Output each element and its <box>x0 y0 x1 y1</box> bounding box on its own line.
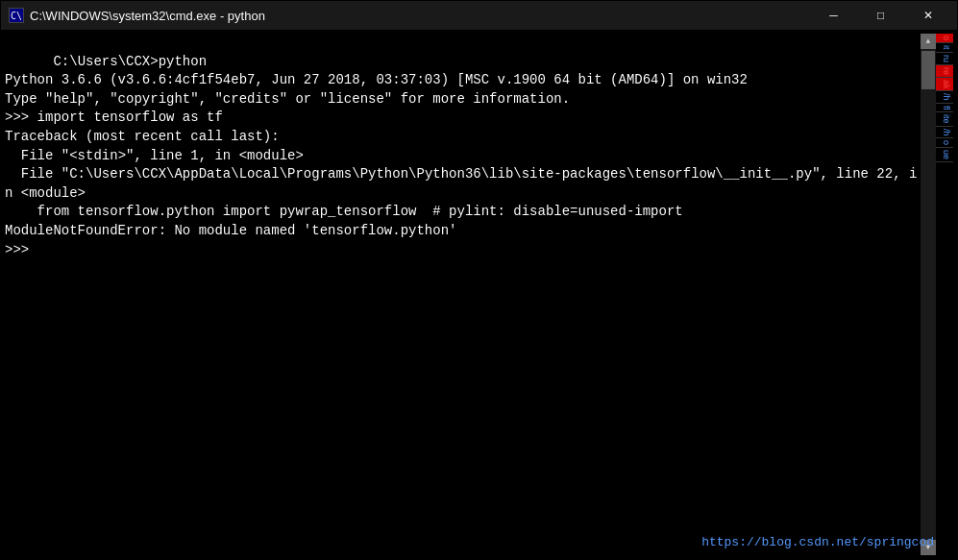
maximize-button[interactable]: □ <box>859 5 902 26</box>
cmd-window: C\ C:\WINDOWS\system32\cmd.exe - python … <box>0 0 958 560</box>
title-bar-left: C\ C:\WINDOWS\system32\cmd.exe - python <box>9 8 265 23</box>
right-item-11[interactable]: ue <box>936 148 953 162</box>
right-item-10[interactable]: o <box>936 138 953 148</box>
scroll-up-button[interactable]: ▲ <box>921 34 936 49</box>
right-item-3[interactable]: ru <box>936 53 953 65</box>
console-line-9: ModuleNotFoundError: No module named 'te… <box>5 223 456 238</box>
close-button[interactable]: ✕ <box>906 5 949 26</box>
window-controls: ─ □ ✕ <box>812 5 949 26</box>
right-item-5[interactable]: ak <box>936 78 953 92</box>
minimize-button[interactable]: ─ <box>812 5 855 26</box>
right-item-7[interactable]: fl <box>936 104 953 113</box>
console-line-2: Python 3.6.6 (v3.6.6:4cf1f54eb7, Jun 27 … <box>5 72 748 87</box>
scroll-thumb[interactable] <box>921 51 935 89</box>
right-item-1[interactable]: o <box>936 34 953 43</box>
right-item-6[interactable]: /h <box>936 91 953 104</box>
right-item-8[interactable]: ite <box>936 112 953 127</box>
console-line-1: C:\Users\CCX>python <box>53 54 207 69</box>
scroll-track[interactable] <box>921 49 936 540</box>
console-line-5: Traceback (most recent call last): <box>5 129 280 144</box>
console-body: C:\Users\CCX>python Python 3.6.6 (v3.6.6… <box>1 30 957 559</box>
right-item-4[interactable]: re <box>936 65 953 78</box>
svg-text:C\: C\ <box>11 11 22 21</box>
console-line-8: from tensorflow.python import pywrap_ten… <box>5 204 683 219</box>
console-prompt: >>> <box>5 242 37 257</box>
console-output[interactable]: C:\Users\CCX>python Python 3.6.6 (v3.6.6… <box>5 34 921 555</box>
console-line-6: File "<stdin>", line 1, in <module> <box>5 148 304 163</box>
console-line-3: Type "help", "copyright", "credits" or "… <box>5 91 570 107</box>
title-bar: C\ C:\WINDOWS\system32\cmd.exe - python … <box>1 1 957 30</box>
console-line-4: >>> import tensorflow as tf <box>5 110 223 125</box>
right-panel: o it ru re ak /h fl ite /h o ue <box>936 34 953 555</box>
console-line-7: File "C:\Users\CCX\AppData\Local\Program… <box>5 166 917 201</box>
right-item-2[interactable]: it <box>936 43 953 53</box>
scrollbar: ▲ ▼ <box>921 34 936 555</box>
watermark: https://blog.csdn.net/springcod <box>701 534 934 551</box>
window-title: C:\WINDOWS\system32\cmd.exe - python <box>30 9 265 23</box>
cmd-icon: C\ <box>9 8 24 23</box>
right-item-9[interactable]: /h <box>936 127 953 139</box>
